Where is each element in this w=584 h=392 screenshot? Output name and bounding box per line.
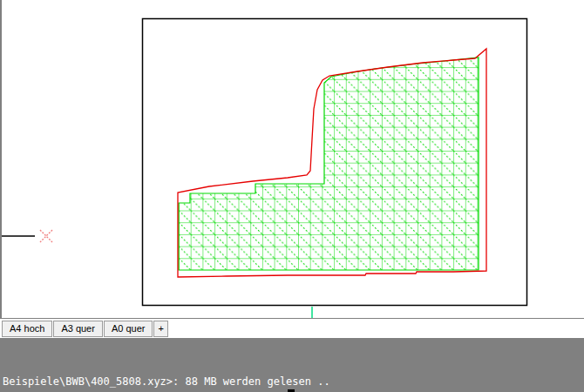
x-position-marker <box>40 230 52 242</box>
window-frame-edge <box>0 0 2 338</box>
sheet-tab-bar: A4 hochA3 querA0 quer+ <box>0 318 584 338</box>
command-console[interactable]: Beispiele\BWB\400_5808.xyz>: 88 MB werde… <box>0 338 584 392</box>
console-message: Beispiele\BWB\400_5808.xyz>: 88 MB werde… <box>3 375 584 389</box>
tab-a3-quer[interactable]: A3 quer <box>53 321 103 337</box>
triangulated-terrain-mesh <box>174 52 484 275</box>
tab-a0-quer[interactable]: A0 quer <box>104 321 153 337</box>
drawing-viewport[interactable] <box>0 0 584 319</box>
tab-a4-hoch[interactable]: A4 hoch <box>2 321 52 337</box>
cad-application-window: A4 hochA3 querA0 quer+ Beispiele\BWB\400… <box>0 0 584 392</box>
add-sheet-tab-button[interactable]: + <box>153 321 167 337</box>
